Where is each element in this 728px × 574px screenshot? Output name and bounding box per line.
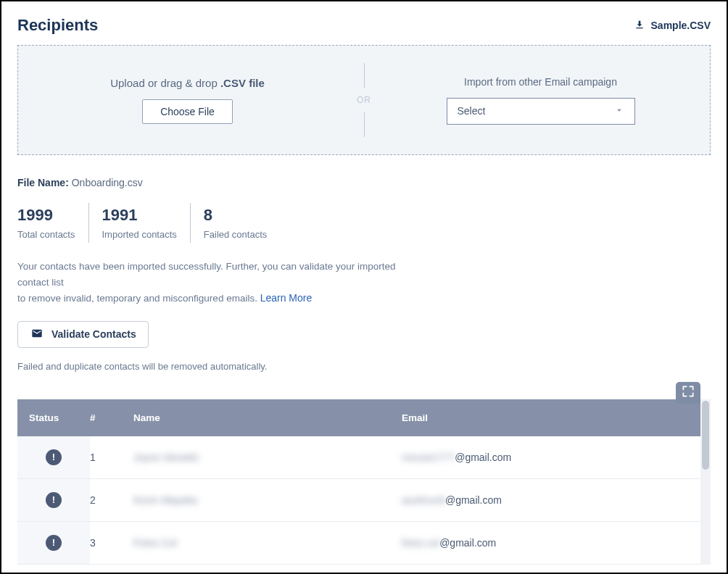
status-warning-icon: ! <box>46 535 62 551</box>
campaign-select-placeholder: Select <box>458 105 486 117</box>
mail-icon <box>30 328 44 341</box>
stat-imported: 1991 Imported contacts <box>89 203 191 243</box>
table-row[interactable]: ! 2 Kevin Mayaka austinunit@gmail.com <box>17 479 700 522</box>
contacts-table: Status # Name Email ! 1 Joyce Iskowitz m… <box>17 399 700 565</box>
import-instruction: Import from other Email campaign <box>464 76 617 88</box>
upload-instruction: Upload or drag & drop .CSV file <box>110 77 265 89</box>
contact-email: fotos.col@gmail.com <box>402 537 700 549</box>
sample-csv-link[interactable]: Sample.CSV <box>634 19 711 33</box>
download-icon <box>634 19 645 33</box>
status-warning-icon: ! <box>46 449 62 465</box>
stat-failed: 8 Failed contacts <box>191 203 280 243</box>
contact-name: Kevin Mayaka <box>133 494 402 506</box>
page-title: Recipients <box>17 16 98 35</box>
campaign-select[interactable]: Select <box>447 98 635 125</box>
contact-name: Joyce Iskowitz <box>133 452 402 463</box>
stat-total: 1999 Total contacts <box>17 203 89 243</box>
validate-contacts-button[interactable]: Validate Contacts <box>17 321 149 348</box>
status-warning-icon: ! <box>46 492 62 508</box>
table-row[interactable]: ! 3 Fotos Col fotos.col@gmail.com <box>17 522 700 565</box>
table-row[interactable]: ! 1 Joyce Iskowitz mouse1777@gmail.com <box>17 436 700 479</box>
scrollbar-thumb[interactable] <box>702 401 709 470</box>
stats-row: 1999 Total contacts 1991 Imported contac… <box>17 203 711 243</box>
auto-remove-note: Failed and duplicate contacts will be re… <box>17 361 711 372</box>
table-scrollbar[interactable] <box>700 399 711 565</box>
learn-more-link[interactable]: Learn More <box>260 292 313 304</box>
expand-icon <box>681 384 695 402</box>
dropzone-divider: OR <box>357 63 371 137</box>
choose-file-button[interactable]: Choose File <box>142 99 233 124</box>
contact-email: mouse1777@gmail.com <box>402 452 700 463</box>
row-number: 3 <box>90 537 133 549</box>
expand-table-button[interactable] <box>676 382 700 404</box>
row-number: 1 <box>90 452 133 463</box>
validate-contacts-label: Validate Contacts <box>51 328 136 340</box>
file-name-row: File Name: Onboarding.csv <box>17 177 711 188</box>
contact-name: Fotos Col <box>133 537 402 549</box>
upload-dropzone[interactable]: Upload or drag & drop .CSV file Choose F… <box>17 45 711 155</box>
import-success-message: Your contacts have been imported success… <box>17 259 423 307</box>
contact-email: austinunit@gmail.com <box>402 494 700 506</box>
row-number: 2 <box>90 494 133 506</box>
table-header: Status # Name Email <box>17 399 700 436</box>
chevron-down-icon <box>614 105 624 117</box>
sample-csv-label: Sample.CSV <box>651 20 711 31</box>
